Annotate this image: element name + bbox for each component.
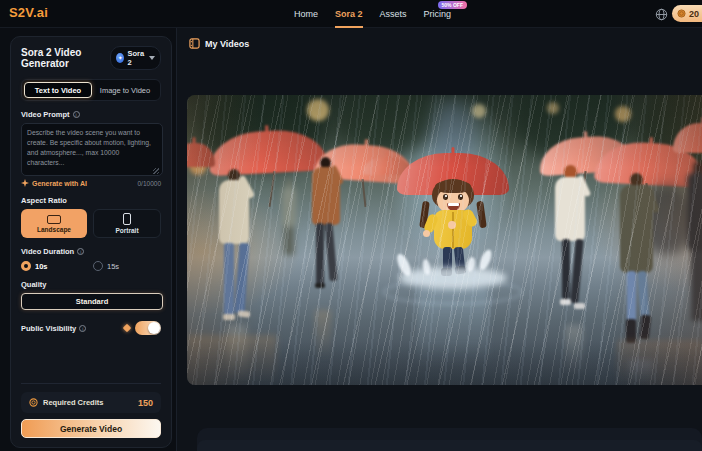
mode-tabs: Text to Video Image to Video	[21, 79, 161, 101]
aspect-portrait-button[interactable]: Portrait	[93, 209, 161, 238]
coin-icon	[677, 9, 686, 18]
model-selector[interactable]: ✦ Sora 2	[110, 46, 161, 70]
reflection-warm	[187, 335, 277, 385]
prompt-input[interactable]	[21, 123, 163, 176]
generate-with-ai-label: Generate with AI	[32, 180, 87, 187]
umbrella-pole	[269, 171, 276, 207]
required-credits-box: Required Credits 150	[21, 392, 161, 413]
duration-10s-radio[interactable]: 10s	[21, 261, 93, 271]
visibility-label: Public Visibility	[21, 324, 76, 333]
duration-15s-radio[interactable]: 15s	[93, 261, 119, 271]
reflection	[565, 325, 583, 375]
bokeh-light	[615, 106, 631, 122]
umbrella-pole	[362, 179, 367, 207]
portrait-label: Portrait	[115, 227, 138, 234]
required-credits-value: 150	[138, 398, 153, 408]
next-section-peek	[197, 428, 702, 451]
pedestrian	[215, 169, 259, 335]
model-label: Sora 2	[127, 49, 146, 67]
bokeh-light	[547, 102, 559, 114]
radio-unselected-icon	[93, 261, 103, 271]
duration-10s-label: 10s	[35, 262, 48, 271]
gem-icon	[123, 324, 131, 332]
chevron-down-icon	[149, 56, 155, 60]
top-navbar: S2V.ai Home Sora 2 Assets Pricing 50% OF…	[0, 0, 702, 28]
nav-sora2[interactable]: Sora 2	[335, 0, 363, 28]
aspect-landscape-button[interactable]: Landscape	[21, 209, 87, 238]
coin-icon	[29, 398, 38, 407]
nav-pricing-label: Pricing	[424, 9, 452, 19]
pedestrian	[615, 173, 659, 365]
duration-label: Video Duration	[21, 247, 74, 256]
nav-assets[interactable]: Assets	[380, 0, 407, 28]
landscape-label: Landscape	[37, 226, 71, 233]
pedestrian	[551, 165, 591, 325]
generator-panel: Sora 2 Video Generator ✦ Sora 2 Text to …	[10, 36, 172, 448]
splash-spike	[394, 252, 413, 278]
my-videos-header: My Videos	[205, 39, 249, 49]
bokeh-light	[307, 99, 329, 121]
info-icon[interactable]: i	[77, 248, 84, 255]
brand-logo[interactable]: S2V.ai	[9, 5, 48, 20]
pedestrian	[307, 157, 345, 309]
sparkle-icon	[21, 179, 29, 187]
panel-title: Sora 2 Video Generator	[21, 47, 110, 69]
quality-standard-button[interactable]: Standard	[21, 293, 163, 310]
visibility-toggle[interactable]	[135, 321, 161, 335]
pedestrian-distant	[279, 179, 299, 257]
video-scene	[187, 95, 702, 385]
film-icon	[189, 38, 200, 49]
quality-label: Quality	[21, 280, 46, 289]
required-credits-label: Required Credits	[43, 398, 133, 407]
prompt-label: Video Prompt	[21, 110, 70, 119]
info-icon[interactable]: i	[73, 111, 80, 118]
reflection	[315, 310, 331, 360]
nav-pricing[interactable]: Pricing 50% OFF	[424, 0, 452, 28]
credits-pill[interactable]: 20	[672, 5, 702, 22]
sora-model-icon: ✦	[116, 53, 124, 63]
main-nav: Home Sora 2 Assets Pricing 50% OFF	[294, 0, 451, 28]
reflection-warm	[617, 340, 702, 385]
bokeh-light	[472, 104, 486, 118]
landscape-icon	[47, 215, 61, 224]
nav-home[interactable]: Home	[294, 0, 318, 28]
portrait-icon	[123, 213, 131, 225]
aspect-ratio-label: Aspect Ratio	[21, 196, 67, 205]
pedestrian-edge	[685, 161, 702, 336]
video-thumbnail[interactable]	[187, 95, 702, 385]
char-counter: 0/10000	[138, 180, 162, 187]
duration-15s-label: 15s	[107, 262, 119, 271]
info-icon[interactable]: i	[79, 325, 86, 332]
generate-with-ai-button[interactable]: Generate with AI	[21, 179, 87, 187]
discount-badge: 50% OFF	[438, 1, 467, 9]
generate-video-button[interactable]: Generate Video	[21, 419, 161, 438]
puddle-ripple	[383, 279, 523, 305]
radio-selected-icon	[21, 261, 31, 271]
tab-text-to-video[interactable]: Text to Video	[24, 82, 92, 98]
credits-count: 20	[689, 9, 699, 19]
tab-image-to-video[interactable]: Image to Video	[92, 82, 158, 98]
language-globe-icon[interactable]	[655, 8, 668, 21]
main-content: My Videos	[176, 28, 702, 451]
